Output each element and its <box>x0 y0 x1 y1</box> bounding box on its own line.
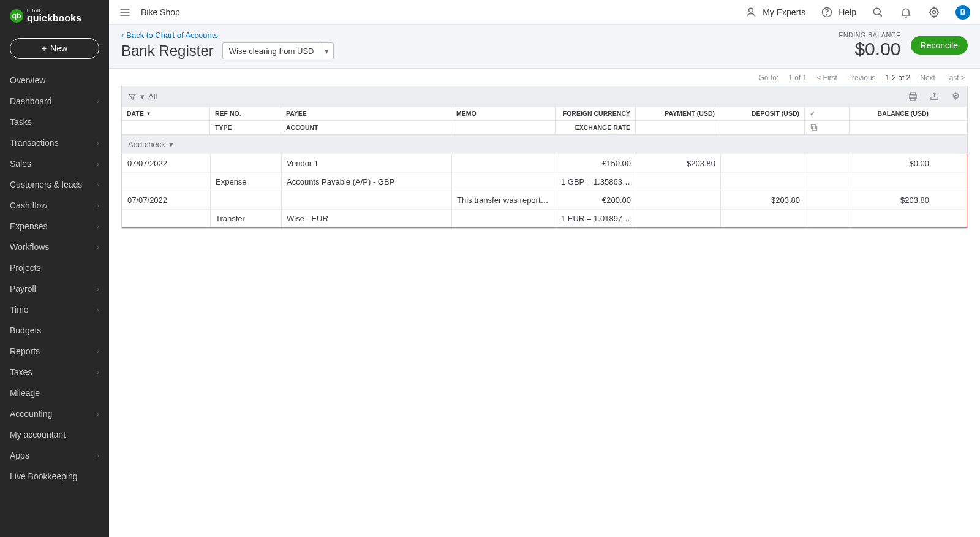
cell-account: Accounts Payable (A/P) - GBP <box>282 173 452 191</box>
col-balance[interactable]: BALANCE (USD) <box>850 107 933 120</box>
menu-icon[interactable] <box>119 6 131 18</box>
pager-first[interactable]: < First <box>816 74 837 82</box>
nav-item-label: Reports <box>10 346 40 356</box>
page-title: Bank Register <box>121 42 214 59</box>
pager-last[interactable]: Last > <box>945 74 965 82</box>
avatar[interactable]: B <box>956 5 970 20</box>
nav-item-label: Mileage <box>10 388 40 398</box>
chevron-right-icon: › <box>97 306 99 313</box>
chevron-left-icon: ‹ <box>121 31 124 40</box>
cell-deposit <box>721 154 805 172</box>
nav-item-label: Live Bookkeeping <box>10 471 78 481</box>
account-select[interactable]: Wise clearing from USD ▾ <box>222 42 334 59</box>
reconcile-button[interactable]: Reconcile <box>911 36 968 55</box>
cell-memo <box>452 154 556 172</box>
col-check[interactable]: ✓ <box>805 107 850 120</box>
col-type[interactable]: TYPE <box>210 121 281 134</box>
nav-item[interactable]: Accounting› <box>0 403 109 424</box>
chevron-right-icon: › <box>97 243 99 251</box>
nav-item[interactable]: Taxes› <box>0 362 109 383</box>
cell-date: 07/07/2022 <box>123 154 211 172</box>
nav-item-label: Budgets <box>10 326 41 335</box>
chevron-right-icon: › <box>97 181 99 188</box>
pager-prev[interactable]: Previous <box>847 74 876 82</box>
main: Bike Shop My Experts Help <box>109 0 980 537</box>
nav-item-label: Transactions <box>10 138 59 148</box>
nav-item[interactable]: Dashboard› <box>0 91 109 112</box>
help-label: Help <box>839 7 856 17</box>
nav-item[interactable]: Overview <box>0 70 109 91</box>
nav-item[interactable]: Sales› <box>0 153 109 174</box>
nav-item[interactable]: Live Bookkeeping <box>0 466 109 487</box>
nav-item[interactable]: Customers & leads› <box>0 174 109 195</box>
nav-item-label: Apps <box>10 451 29 460</box>
settings-gear-icon[interactable] <box>951 91 961 102</box>
cell-ref <box>211 191 282 209</box>
nav-item[interactable]: Expenses› <box>0 216 109 237</box>
copy-icon[interactable] <box>810 123 818 132</box>
nav-item-label: Workflows <box>10 242 49 252</box>
transaction-row[interactable]: 07/07/2022This transfer was reported …€2… <box>123 191 967 227</box>
nav-item[interactable]: My accountant <box>0 424 109 445</box>
register-grid: DATE▼ REF NO. PAYEE MEMO FOREIGN CURRENC… <box>121 107 968 229</box>
chevron-right-icon: › <box>97 348 99 355</box>
nav-item-label: Accounting <box>10 409 52 419</box>
nav-item-label: Overview <box>10 75 45 85</box>
cell-foreign: €200.00 <box>556 191 636 209</box>
col-account[interactable]: ACCOUNT <box>281 121 451 134</box>
nav-item[interactable]: Budgets <box>0 320 109 341</box>
chevron-right-icon: › <box>97 139 99 147</box>
nav-item-label: Taxes <box>10 367 32 377</box>
col-date[interactable]: DATE▼ <box>122 107 210 120</box>
nav-item[interactable]: Time› <box>0 299 109 320</box>
nav-item-label: My accountant <box>10 430 66 440</box>
cell-memo: This transfer was reported … <box>452 191 556 209</box>
nav-item[interactable]: Mileage <box>0 383 109 403</box>
help[interactable]: Help <box>820 6 856 19</box>
col-exchange-rate[interactable]: EXCHANGE RATE <box>556 121 636 134</box>
nav-item[interactable]: Projects <box>0 257 109 278</box>
cell-rate: 1 GBP = 1.358637 U… <box>556 173 636 191</box>
company-name: Bike Shop <box>141 7 180 17</box>
print-icon[interactable] <box>908 91 918 102</box>
chevron-right-icon: › <box>97 160 99 167</box>
export-icon[interactable] <box>929 91 940 102</box>
nav-item[interactable]: Transactions› <box>0 132 109 153</box>
nav-item-label: Customers & leads <box>10 180 82 189</box>
sidebar: qb intuit quickbooks + New OverviewDashb… <box>0 0 109 537</box>
add-check-label: Add check <box>128 140 165 149</box>
nav-item-label: Dashboard <box>10 96 52 106</box>
col-memo[interactable]: MEMO <box>451 107 556 120</box>
bell-icon[interactable] <box>899 6 913 19</box>
nav-item[interactable]: Reports› <box>0 341 109 362</box>
search-icon[interactable] <box>871 6 884 19</box>
filter[interactable]: ▾ All <box>128 92 157 101</box>
col-foreign-currency[interactable]: FOREIGN CURRENCY <box>556 107 636 120</box>
my-experts[interactable]: My Experts <box>744 6 805 19</box>
sort-desc-icon: ▼ <box>146 111 151 116</box>
nav-item[interactable]: Apps› <box>0 445 109 466</box>
col-deposit[interactable]: DEPOSIT (USD) <box>720 107 805 120</box>
add-check[interactable]: Add check ▾ <box>122 135 967 154</box>
nav-item[interactable]: Cash flow› <box>0 195 109 216</box>
nav-item-label: Sales <box>10 159 31 169</box>
new-button-label: New <box>50 44 67 53</box>
col-ref[interactable]: REF NO. <box>210 107 281 120</box>
nav-item[interactable]: Workflows› <box>0 237 109 257</box>
col-payee[interactable]: PAYEE <box>281 107 451 120</box>
pagination: Go to: 1 of 1 < First Previous 1-2 of 2 … <box>109 69 980 86</box>
transaction-row[interactable]: 07/07/2022Vendor 1£150.00$203.80$0.00Exp… <box>123 154 967 191</box>
back-link[interactable]: ‹ Back to Chart of Accounts <box>121 31 334 40</box>
new-button[interactable]: + New <box>10 38 99 59</box>
gear-icon[interactable] <box>927 6 941 19</box>
nav-item-label: Tasks <box>10 117 32 127</box>
col-payment[interactable]: PAYMENT (USD) <box>636 107 720 120</box>
nav-item-label: Time <box>10 305 29 314</box>
nav-item[interactable]: Tasks <box>0 112 109 132</box>
nav-item[interactable]: Payroll› <box>0 278 109 299</box>
pager-next[interactable]: Next <box>920 74 935 82</box>
topbar: Bike Shop My Experts Help <box>109 0 980 25</box>
cell-rate: 1 EUR = 1.018978 USD <box>556 210 636 227</box>
cell-check <box>805 191 850 209</box>
cell-payee <box>282 191 452 209</box>
